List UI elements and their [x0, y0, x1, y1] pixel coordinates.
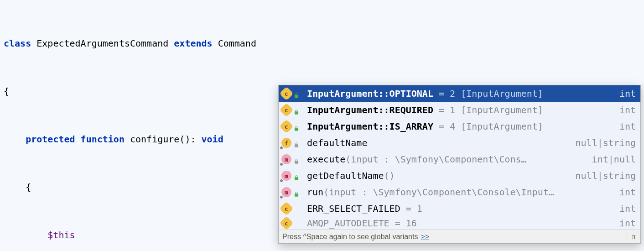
footer-hint: Press ^Space again to see global variant…	[282, 233, 418, 241]
m-badge-icon: m	[281, 171, 291, 181]
keyword-protected: protected	[26, 134, 75, 145]
completion-type: null|string	[576, 137, 636, 148]
completion-type: int|null	[592, 154, 636, 165]
completion-type: int	[619, 88, 636, 99]
completion-label: execute	[307, 154, 345, 165]
completion-type: int	[619, 105, 636, 115]
completion-list[interactable]: c InputArgument::OPTIONAL = 2 [InputArgu…	[279, 85, 640, 230]
this-var: $this	[47, 230, 75, 241]
completion-type: int	[619, 121, 636, 132]
keyword-void: void	[202, 134, 223, 145]
completion-item[interactable]: f defaultName null|string	[279, 135, 640, 151]
keyword-extends: extends	[174, 38, 212, 49]
c-badge-icon: c	[279, 119, 293, 133]
completion-label: InputArgument::IS_ARRAY	[307, 121, 433, 132]
completion-label: ERR_SELECT_FAILED	[307, 203, 400, 214]
c-badge-icon: c	[279, 201, 293, 215]
pi-button[interactable]: π	[627, 230, 640, 244]
keyword-function: function	[81, 134, 125, 145]
completion-type: int	[619, 203, 636, 214]
lock-icon	[293, 90, 300, 97]
completion-item[interactable]: c InputArgument::IS_ARRAY = 4 [InputArgu…	[279, 118, 640, 135]
lock-icon	[293, 156, 300, 162]
completion-suffix: = 16	[390, 218, 417, 229]
completion-item[interactable]: c InputArgument::REQUIRED = 1 [InputArgu…	[279, 102, 640, 118]
completion-suffix: (input : \Symfony\Component\Console\Inpu…	[323, 187, 554, 198]
completion-suffix: = 2 [InputArgument]	[433, 88, 543, 99]
parens: ()	[179, 134, 190, 145]
completion-suffix: = 4 [InputArgument]	[433, 121, 543, 132]
completion-suffix: ()	[384, 170, 395, 181]
completion-item[interactable]: m run(input : \Symfony\Component\Console…	[279, 184, 640, 200]
completion-type: null|string	[576, 170, 636, 181]
lock-icon	[293, 107, 300, 113]
completion-label: defaultName	[307, 137, 367, 148]
lock-icon	[293, 173, 300, 179]
lock-icon	[293, 140, 300, 146]
completion-item[interactable]: c InputArgument::OPTIONAL = 2 [InputArgu…	[279, 85, 640, 102]
completion-suffix: = 1 [InputArgument]	[433, 105, 543, 115]
completion-suffix: = 1	[400, 203, 422, 214]
footer-link[interactable]: >>	[421, 233, 429, 241]
completion-suffix: (input : \Symfony\Component\Cons…	[345, 154, 526, 165]
completion-label: getDefaultName	[307, 170, 384, 181]
c-badge-icon: c	[279, 103, 293, 117]
brace: {	[26, 182, 31, 193]
completion-label: InputArgument::OPTIONAL	[307, 88, 433, 99]
completion-label: AMQP_AUTODELETE	[307, 218, 390, 229]
completion-item[interactable]: m getDefaultName() null|string	[279, 167, 640, 184]
completion-footer: Press ^Space again to see global variant…	[279, 230, 640, 243]
completion-item[interactable]: m execute(input : \Symfony\Component\Con…	[279, 151, 640, 167]
completion-popup[interactable]: c InputArgument::OPTIONAL = 2 [InputArgu…	[278, 85, 641, 244]
class-name: ExpectedArgumentsCommand	[36, 38, 168, 49]
completion-item-cutoff[interactable]: c AMQP_AUTODELETE = 16int	[279, 217, 640, 230]
m-badge-icon: m	[281, 154, 291, 164]
completion-label: InputArgument::REQUIRED	[307, 105, 433, 115]
brace: {	[4, 86, 9, 97]
lock-icon	[293, 189, 300, 195]
c-badge-icon: c	[279, 86, 293, 100]
c-badge-icon: c	[279, 216, 293, 230]
method-name: configure	[130, 134, 179, 145]
completion-type: int	[619, 187, 636, 198]
m-badge-icon: m	[281, 187, 291, 197]
completion-type: int	[619, 218, 636, 229]
f-badge-icon: f	[281, 138, 291, 148]
keyword-class: class	[4, 38, 31, 49]
parent-class: Command	[218, 38, 256, 49]
completion-label: run	[307, 187, 323, 198]
lock-icon	[293, 123, 300, 130]
code-line[interactable]: class ExpectedArgumentsCommand extends C…	[0, 36, 644, 52]
completion-item[interactable]: c ERR_SELECT_FAILED = 1 int	[279, 200, 640, 217]
